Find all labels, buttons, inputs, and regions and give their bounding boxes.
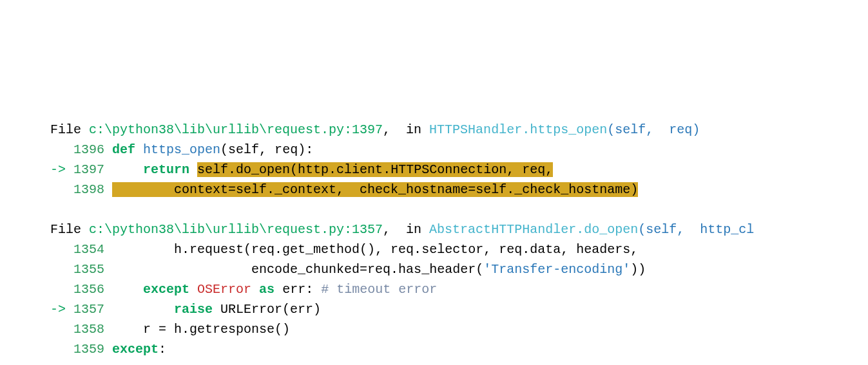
line-1357: -> 1357 raise URLError(err)	[50, 302, 321, 317]
line-1396: 1396 def https_open(self, req):	[50, 142, 313, 157]
line-1358: 1358 r = h.getresponse()	[50, 322, 290, 337]
line-1355: 1355 encode_chunked=req.has_header('Tran…	[50, 262, 646, 277]
stray-text: result	[50, 102, 220, 117]
line-1398: 1398 context=self._context, check_hostna…	[50, 182, 638, 197]
traceback-output: result File c:\python38\lib\urllib\reque…	[0, 80, 868, 365]
frame2-header: File c:\python38\lib\urllib\request.py:1…	[50, 222, 754, 237]
line-1359: 1359 except:	[50, 342, 166, 357]
line-1354: 1354 h.request(req.get_method(), req.sel…	[50, 242, 638, 257]
line-1356: 1356 except OSError as err: # timeout er…	[50, 282, 437, 297]
line-1397: -> 1397 return self.do_open(http.client.…	[50, 162, 553, 177]
frame1-header: File c:\python38\lib\urllib\request.py:1…	[50, 122, 700, 137]
